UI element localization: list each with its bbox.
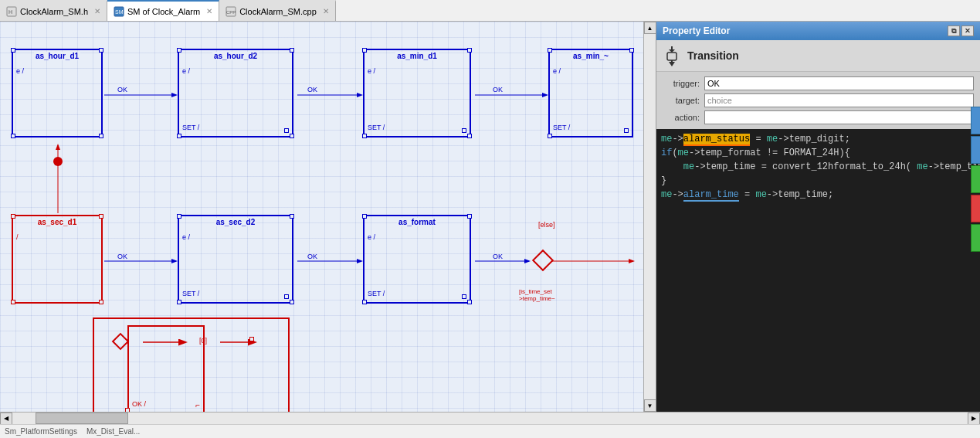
state-as-sec-d1[interactable]: as_sec_d1 / (12, 215, 103, 304)
state-as-min-d1[interactable]: as_min_d1 e / SET / (363, 49, 471, 138)
corner-sq-br (467, 300, 472, 304)
side-btn-2[interactable] (971, 136, 980, 164)
arrow-label-ok6: OK (493, 253, 503, 260)
trigger-field-row: trigger: (656, 75, 980, 92)
corner-sq-bl (548, 134, 552, 138)
scroll-up-btn[interactable]: ▲ (644, 22, 656, 34)
corner-sq-tr (99, 48, 103, 53)
corner-sq-bl (177, 134, 181, 138)
pe-transition-title: Transition (687, 49, 739, 62)
corner-sq-bl (362, 300, 367, 304)
state-label: as_hour_d2 (212, 52, 259, 60)
tab-label: ClockAlarm_SM.cpp (239, 7, 317, 16)
state-set-label: SET / (368, 124, 385, 131)
svg-text:SM: SM (115, 9, 124, 15)
code-line-5: me->alarm_time = me->temp_time; (661, 188, 975, 202)
svg-text:H: H (8, 9, 12, 15)
corner-sq-br (290, 300, 294, 304)
corner-sq-br (467, 134, 472, 138)
status-item-1: Sm_PlatformSettings (5, 427, 77, 436)
code-line-2: if(me->temp_format != FORMAT_24H){ (661, 146, 975, 160)
corner-sq-tl (11, 48, 15, 53)
inner-sq-r (249, 337, 254, 341)
corner-sq-bl (177, 300, 181, 304)
inner-ok-label: OK / (132, 400, 146, 408)
is-time-set-label: [is_time_set>temp_time~ (519, 288, 555, 302)
action-field-row: action: (656, 109, 980, 126)
right-scrollbar[interactable]: ▲ ▼ (643, 22, 656, 412)
status-item-2: Mx_Dist_Eval... (86, 427, 140, 436)
code-area[interactable]: me->alarm_status = me->temp_digit; if(me… (656, 129, 980, 412)
h-file-icon: H (6, 6, 17, 17)
arrow-label-ok4: OK (117, 253, 127, 260)
state-as-min-dx[interactable]: as_min_~ e / SET / (548, 49, 633, 138)
state-entry-label: e / (553, 67, 561, 75)
corner-sq-set (284, 294, 289, 299)
state-entry-label: e / (16, 67, 24, 75)
scroll-left-btn[interactable]: ◀ (0, 413, 12, 425)
target-label: target: (663, 96, 700, 105)
state-as-hour-d2[interactable]: as_hour_d2 e / SET / (178, 49, 293, 138)
pe-header: Transition (656, 40, 980, 72)
else-label: [else] (538, 221, 555, 229)
tab-clockalarm-h[interactable]: H ClockAlarm_SM.h ✕ (0, 0, 107, 21)
state-as-hour-d1[interactable]: as_hour_d1 e / (12, 49, 103, 138)
tab-close-cpp[interactable]: ✕ (323, 7, 329, 15)
corner-sq-tr (467, 214, 472, 219)
scroll-down-btn[interactable]: ▼ (644, 399, 656, 412)
corner-sq-bl (11, 134, 15, 138)
main-area: as_hour_d1 e / as_hour_d2 e / SET / as_m… (0, 22, 980, 412)
side-btn-green2[interactable] (971, 224, 980, 252)
bottom-bar: ◀ ▶ (0, 412, 980, 424)
corner-sq-tr (290, 214, 294, 219)
side-btn-red[interactable] (971, 195, 980, 222)
pe-restore-btn[interactable]: ⧉ (948, 25, 960, 36)
state-label: as_format (397, 218, 437, 226)
hscroll-track[interactable] (12, 413, 968, 424)
state-label: as_min_~ (571, 52, 610, 60)
pe-titlebar-buttons: ⧉ ✕ (948, 25, 974, 36)
corner-sq-bl (11, 300, 15, 304)
property-editor: Property Editor ⧉ ✕ Transition trigger: (656, 22, 980, 412)
state-as-sec-d2[interactable]: as_sec_d2 e / SET / (178, 215, 293, 304)
tab-close-h[interactable]: ✕ (94, 7, 100, 15)
cpp-file-icon: CPP (226, 6, 236, 17)
pe-fields: trigger: target: action: (656, 72, 980, 129)
corner-sq-br (290, 134, 294, 138)
pe-title: Property Editor (663, 25, 730, 36)
side-btn-green[interactable] (971, 165, 980, 193)
trigger-input[interactable] (704, 76, 974, 90)
corner-sq-set (284, 128, 289, 133)
tabs-bar: H ClockAlarm_SM.h ✕ SM SM of Clock_Alarm… (0, 0, 980, 22)
corner-sq-tl (362, 48, 367, 53)
corner-sq-tl (362, 214, 367, 219)
state-entry-label: e / (182, 67, 190, 75)
side-btn-1[interactable] (971, 107, 980, 134)
arrow-label-ok5: OK (307, 253, 317, 260)
tab-clockalarm-cpp[interactable]: CPP ClockAlarm_SM.cpp ✕ (219, 0, 336, 21)
pe-close-btn[interactable]: ✕ (961, 25, 974, 36)
state-label: as_sec_d2 (215, 218, 257, 226)
scroll-right-btn[interactable]: ▶ (968, 413, 980, 425)
check-icon: ⌐ (195, 401, 200, 409)
corner-sq-tl (177, 48, 181, 53)
selected-state-inner[interactable]: OK / ⌐ (127, 325, 205, 412)
state-entry-label: / (16, 233, 19, 241)
target-input[interactable] (704, 93, 974, 107)
choice-diamond[interactable] (532, 250, 554, 271)
state-entry-label: e / (368, 67, 375, 75)
corner-sq-tl (548, 48, 552, 53)
sm-icon: SM (114, 6, 124, 17)
state-entry-label: e / (182, 233, 190, 241)
diagram-area[interactable]: as_hour_d1 e / as_hour_d2 e / SET / as_m… (0, 22, 643, 412)
scroll-track[interactable] (644, 34, 656, 399)
state-as-format[interactable]: as_format e / SET / (363, 215, 471, 304)
action-input[interactable] (704, 110, 974, 124)
initial-state-dot (53, 157, 63, 166)
tab-sm-clockalarm[interactable]: SM SM of Clock_Alarm ✕ (107, 0, 219, 21)
action-label: action: (663, 113, 700, 122)
hscroll-thumb[interactable] (36, 413, 128, 424)
state-entry-label: e / (368, 233, 375, 241)
corner-sq-tl (11, 214, 15, 219)
tab-close-sm[interactable]: ✕ (206, 7, 212, 15)
